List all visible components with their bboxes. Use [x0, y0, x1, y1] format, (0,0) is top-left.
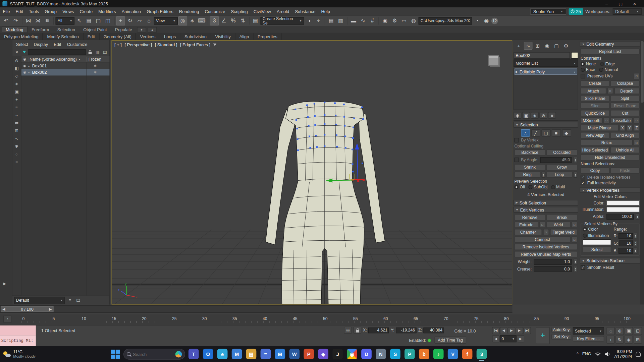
toolbar-icon-edit-named-selection-sets[interactable]: ▤ — [251, 16, 260, 25]
slice-button[interactable]: Slice — [581, 103, 609, 109]
hide-selected-button[interactable]: Hide Selected — [581, 147, 609, 153]
key-filters-button[interactable]: Key Filters... — [573, 336, 604, 342]
maximize-button[interactable]: ▢ — [613, 0, 628, 7]
explorer-explorer-settings[interactable]: ≡ — [13, 159, 20, 165]
attach-settings-button[interactable]: □ — [607, 88, 613, 94]
extrude-settings-button[interactable]: □ — [539, 222, 545, 228]
weight-field[interactable]: 1.0 — [534, 259, 572, 264]
ribbon-minimize-button[interactable]: ▲ — [148, 27, 157, 33]
toolbar-icon-keyboard-override[interactable]: ⌨ — [197, 16, 206, 25]
vertex-color-swatch[interactable] — [606, 200, 639, 206]
taskbar-search[interactable] — [123, 349, 185, 359]
toolbar-icon-rendered-frame-window[interactable]: ▭ — [399, 16, 409, 25]
menu-item[interactable]: Substance — [292, 7, 318, 15]
msmooth-settings-button[interactable]: □ — [604, 117, 609, 123]
maxscript-mini-listener[interactable]: Scripting Mi: — [0, 325, 36, 346]
toolbar-icon-render-production[interactable]: ◍ — [409, 16, 418, 25]
explorer-display-cameras[interactable]: ▣ — [13, 88, 20, 95]
constraint-face-radio[interactable] — [581, 67, 585, 71]
x-coordinate-field[interactable]: 4.621 — [369, 327, 389, 333]
nav-zoom-extents-selected[interactable]: ▣ — [625, 327, 633, 335]
repeat-last-button[interactable]: Repeat Last — [581, 48, 639, 54]
clock[interactable]: 9:09 PM 7/17/2024 — [614, 349, 632, 359]
tessellate-button[interactable]: Tessellate — [611, 117, 633, 123]
explorer-display-bones[interactable]: ~ — [13, 112, 20, 118]
full-interactivity-checkbox[interactable]: ✓ — [581, 181, 585, 185]
subobject-polygon[interactable]: ■ — [552, 129, 561, 137]
language-indicator[interactable]: ENG — [582, 352, 591, 356]
menu-item[interactable]: Modifiers — [96, 7, 119, 15]
visibility-eye-icon[interactable]: ◉ — [21, 70, 28, 74]
ribbon-tab-Freeform[interactable]: Freeform — [28, 26, 53, 33]
taskbar-icon-skype[interactable]: S — [390, 349, 400, 359]
range-r-field[interactable]: 10 — [619, 233, 633, 239]
preview-multi-radio[interactable] — [551, 185, 555, 189]
viewport-style-menu[interactable]: [ Standard ] — [155, 42, 177, 47]
crease-spinner[interactable]: ▲▼ — [574, 266, 577, 272]
toolbar-icon-percent-snap[interactable]: % — [229, 16, 238, 25]
playback-previous-key[interactable]: ◀ — [500, 327, 507, 334]
clear-search-icon[interactable]: ✕ — [13, 49, 20, 56]
viewport-shading-menu[interactable]: [ Edged Faces ] — [180, 42, 210, 47]
ribbon-panel[interactable]: Align — [235, 33, 253, 40]
reset-plane-button[interactable]: Reset Plane — [611, 103, 640, 109]
row-state-column-icon[interactable]: ◉ — [21, 57, 28, 61]
quickslice-button[interactable]: QuickSlice — [581, 110, 609, 116]
menu-item[interactable]: Group — [42, 7, 60, 15]
toolbar-icon-curve-editor[interactable]: ∿ — [359, 16, 368, 25]
menu-item[interactable]: Scripting — [228, 7, 251, 15]
taskbar-icon-notepad[interactable]: N — [376, 349, 386, 359]
weld-settings-button[interactable]: □ — [572, 222, 577, 228]
taskbar-icon-file-explorer[interactable]: ▤ — [246, 349, 257, 359]
add-time-tag-button[interactable]: Add Time Tag — [435, 337, 466, 344]
range-g-spinner[interactable]: ▲▼ — [634, 240, 637, 246]
toolbar-icon-select-and-scale[interactable]: ▱ — [135, 16, 144, 25]
toolbar-icon-undo[interactable]: ↶ — [2, 16, 11, 25]
volume-icon[interactable] — [604, 352, 610, 357]
alpha-field[interactable]: 100.0 — [606, 214, 634, 219]
taskbar-icon-discord[interactable]: D — [361, 349, 372, 359]
menu-item[interactable]: Animation — [119, 7, 144, 15]
selection-lock-icon[interactable] — [354, 327, 361, 334]
delete-isolated-vertices-checkbox[interactable]: ✓ — [581, 175, 585, 179]
time-slider-track[interactable]: ◀ 0 / 100 ▶ — [0, 305, 512, 313]
range-g-field[interactable]: 10 — [619, 240, 633, 246]
taskbar-icon-pycharm[interactable]: P — [405, 349, 415, 359]
nav-zoom-extents-all[interactable]: ◈ — [625, 336, 633, 344]
toolbar-icon-spinner-snap[interactable]: ⇅ — [238, 16, 247, 25]
toolbar-icon-bind-to-space-warp[interactable]: ≋ — [43, 16, 52, 25]
command-panel-scrollbar[interactable] — [640, 40, 644, 305]
connect-settings-button[interactable]: □ — [572, 236, 577, 242]
scene-explorer-menu[interactable]: Display — [31, 42, 51, 47]
expand-dock-button[interactable]: ▶ — [3, 282, 6, 286]
explorer-preset-dropdown[interactable]: Default▼ — [14, 297, 65, 304]
close-button[interactable]: ✕ — [628, 0, 642, 7]
ribbon-panel[interactable]: Properties — [254, 33, 282, 40]
split-button[interactable]: Split — [611, 95, 640, 101]
paste-button[interactable]: Paste — [611, 168, 640, 174]
break-button[interactable]: Break — [546, 214, 577, 220]
detach-button[interactable]: Detach — [614, 88, 639, 94]
menu-item[interactable]: Rendering — [176, 7, 202, 15]
ribbon-panel[interactable]: Vertices — [136, 33, 160, 40]
preview-off-radio[interactable] — [515, 185, 519, 189]
panel-tab-hierarchy[interactable]: ⊞ — [533, 42, 542, 50]
scene-explorer-menu[interactable]: Select — [13, 42, 31, 47]
ring-spinner[interactable]: ▲▼ — [542, 172, 545, 178]
expand-icon[interactable]: ▶ — [516, 70, 518, 73]
explorer-show-hidden[interactable]: ◌ — [13, 150, 20, 157]
subobject-edge[interactable]: ╱ — [531, 129, 540, 137]
next-frame-button[interactable]: ▶ — [517, 335, 524, 342]
by-angle-spinner[interactable]: ▲▼ — [574, 157, 577, 163]
object-name-field[interactable]: Box002 — [514, 52, 570, 59]
search-input[interactable] — [29, 49, 86, 55]
ribbon-tab-Selection[interactable]: Selection — [53, 26, 79, 33]
explorer-display-helpers[interactable]: + — [13, 96, 20, 103]
planar-y-button[interactable]: Y — [627, 125, 632, 131]
smooth-result-checkbox[interactable]: ✓ — [581, 265, 585, 269]
scrollbar-thumb[interactable] — [641, 41, 644, 103]
taskbar-icon-vscode[interactable]: V — [448, 349, 458, 359]
toolbar-icon-angle-snap[interactable]: ∠ — [219, 16, 228, 25]
stack-tool-remove-modifier[interactable]: ⊘ — [539, 112, 547, 119]
playback-go-to-end[interactable]: ▶| — [524, 327, 531, 334]
